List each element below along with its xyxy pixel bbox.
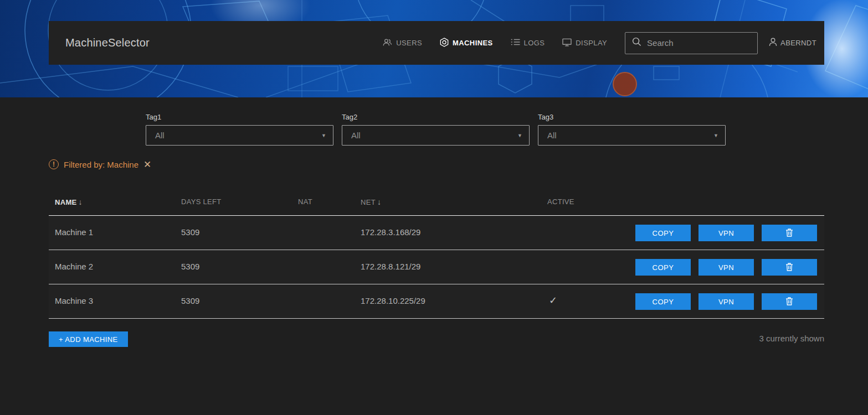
tag1-select[interactable]: All ▼ [146, 125, 333, 146]
cell-days-left: 5309 [181, 262, 199, 271]
filter-group-tag3: Tag3 All ▼ [538, 113, 726, 146]
column-header-net[interactable]: NET↓ [361, 198, 381, 206]
users-icon [383, 38, 392, 48]
table-row: Machine 1 5309 172.28.3.168/29 COPY VPN [49, 216, 824, 250]
search-box[interactable] [625, 32, 758, 54]
nav-tab-machines[interactable]: MACHINES [440, 38, 493, 49]
tag1-label: Tag1 [146, 113, 333, 121]
column-header-nat[interactable]: NAT [298, 198, 312, 206]
logs-icon [511, 38, 520, 48]
top-navbar: MachineSelector USERS MACHINES [49, 21, 824, 65]
tag2-select-value: All [351, 131, 361, 140]
delete-button[interactable] [762, 225, 817, 241]
nav-tab-display-label: DISPLAY [576, 39, 607, 47]
cell-active-check: ✓ [549, 294, 557, 307]
column-header-name[interactable]: NAME↓ [55, 198, 83, 206]
nav-tab-users[interactable]: USERS [383, 38, 422, 48]
search-input[interactable] [647, 38, 741, 48]
nav-tab-users-label: USERS [396, 39, 422, 47]
shown-count-label: 3 currently shown [759, 334, 824, 343]
filter-notice-text: Filtered by: Machine [64, 160, 138, 169]
cell-machine-name: Machine 2 [55, 262, 93, 271]
user-menu[interactable]: ABERNDT [769, 38, 816, 48]
cell-days-left: 5309 [181, 227, 199, 237]
chevron-down-icon: ▼ [713, 133, 718, 138]
trash-icon [785, 228, 793, 238]
cell-machine-name: Machine 3 [55, 296, 93, 305]
display-icon [562, 38, 572, 48]
vpn-button[interactable]: VPN [698, 225, 754, 241]
navbar-right-group: USERS MACHINES LOGS [383, 32, 816, 54]
tag2-label: Tag2 [342, 113, 530, 121]
alert-circle-icon: ! [49, 159, 59, 169]
table-row: Machine 2 5309 172.28.8.121/29 COPY VPN [49, 250, 824, 284]
filter-group-tag2: Tag2 All ▼ [342, 113, 530, 146]
chevron-down-icon: ▼ [517, 133, 522, 138]
nav-tab-display[interactable]: DISPLAY [562, 38, 607, 48]
add-machine-button[interactable]: + ADD MACHINE [49, 331, 128, 347]
cell-days-left: 5309 [181, 296, 199, 305]
cell-machine-name: Machine 1 [55, 227, 93, 237]
table-row: Machine 3 5309 172.28.10.225/29 ✓ COPY V… [49, 284, 824, 319]
table-header-row: NAME↓ DAYS LEFT NAT NET↓ ACTIVE [49, 191, 824, 216]
cell-net: 172.28.10.225/29 [361, 296, 425, 305]
chevron-down-icon: ▼ [321, 133, 326, 138]
sort-descending-icon: ↓ [78, 198, 82, 206]
cell-net: 172.28.8.121/29 [361, 262, 420, 271]
app-title: MachineSelector [65, 37, 150, 49]
trash-icon [785, 297, 793, 307]
row-actions: COPY VPN [635, 225, 817, 241]
machines-table: NAME↓ DAYS LEFT NAT NET↓ ACTIVE Machine … [49, 191, 824, 319]
clear-filter-icon[interactable]: ✕ [143, 160, 151, 169]
vpn-button[interactable]: VPN [698, 293, 754, 310]
delete-button[interactable] [762, 259, 817, 276]
copy-button[interactable]: COPY [635, 293, 691, 310]
tag3-label: Tag3 [538, 113, 726, 121]
copy-button[interactable]: COPY [635, 259, 691, 276]
column-header-active[interactable]: ACTIVE [547, 198, 574, 206]
nav-tab-machines-label: MACHINES [453, 39, 493, 47]
filter-group-tag1: Tag1 All ▼ [146, 113, 333, 146]
row-actions: COPY VPN [635, 259, 817, 276]
trash-icon [785, 262, 793, 273]
nav-tab-logs[interactable]: LOGS [511, 38, 545, 48]
machines-icon [440, 38, 449, 49]
search-icon [632, 37, 641, 49]
vpn-button[interactable]: VPN [698, 259, 754, 276]
copy-button[interactable]: COPY [635, 225, 691, 241]
column-header-days-left[interactable]: DAYS LEFT [181, 198, 222, 206]
cell-net: 172.28.3.168/29 [361, 227, 420, 237]
tag3-select[interactable]: All ▼ [538, 125, 726, 146]
user-icon [769, 38, 777, 48]
row-actions: COPY VPN [635, 293, 817, 310]
nav-tab-logs-label: LOGS [524, 39, 545, 47]
delete-button[interactable] [762, 293, 817, 310]
tag3-select-value: All [547, 131, 557, 140]
user-name-label: ABERNDT [780, 39, 816, 47]
tag-filters: Tag1 All ▼ Tag2 All ▼ Tag3 All ▼ [0, 113, 868, 146]
filter-notice: ! Filtered by: Machine ✕ [49, 158, 151, 170]
tag1-select-value: All [155, 131, 165, 140]
tag2-select[interactable]: All ▼ [342, 125, 530, 146]
sort-descending-icon: ↓ [377, 198, 381, 206]
